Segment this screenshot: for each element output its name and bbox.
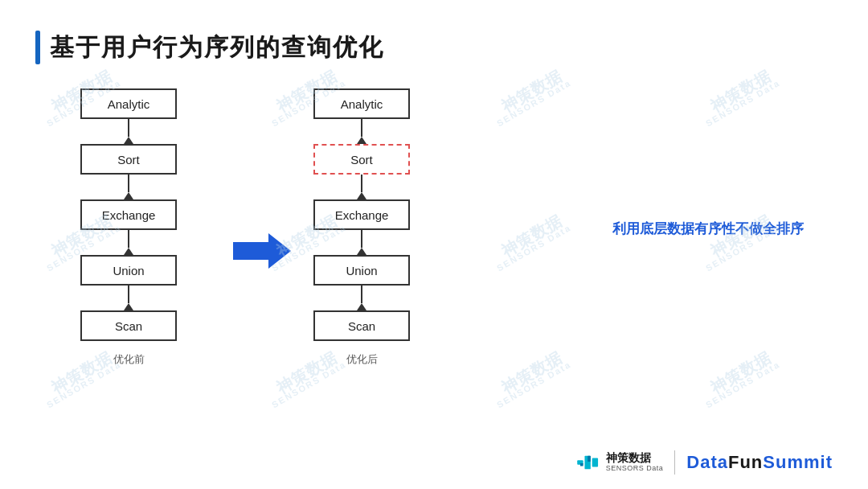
svg-rect-4 xyxy=(580,463,583,466)
annotation-text: 利用底层数据有序性不做全排序 xyxy=(612,220,804,238)
connector-1 xyxy=(124,119,133,144)
connector-r2 xyxy=(357,175,366,199)
brand-fun: Fun xyxy=(728,452,763,472)
connector-2 xyxy=(124,175,133,199)
brand-summit: Summit xyxy=(763,452,833,472)
logo-sub: SENSORS Data xyxy=(606,465,664,473)
node-scan-right: Scan xyxy=(313,310,410,341)
title-accent xyxy=(35,31,40,64)
footer-brand: DataFunSummit xyxy=(686,452,833,473)
svg-rect-3 xyxy=(592,458,597,466)
footer-divider xyxy=(674,450,675,475)
svg-marker-0 xyxy=(233,233,291,269)
node-union-right: Union xyxy=(313,255,410,286)
sensors-data-icon xyxy=(577,453,601,472)
slide: 神策数据 SENSORS Data 神策数据 SENSORS Data 神策数据… xyxy=(0,0,868,489)
node-sort-right: Sort xyxy=(313,144,410,175)
connector-r4 xyxy=(357,286,366,310)
left-diagram: Analytic Sort Exchange xyxy=(80,88,177,367)
node-sort-left: Sort xyxy=(80,144,177,175)
svg-rect-5 xyxy=(588,456,591,462)
right-diagram: Analytic Sort Exchange xyxy=(313,88,410,367)
logo-name: 神策数据 xyxy=(606,452,664,464)
connector-4 xyxy=(124,286,133,310)
logo-text: 神策数据 SENSORS Data xyxy=(606,452,664,472)
node-exchange-left: Exchange xyxy=(80,199,177,230)
connector-r1 xyxy=(357,119,366,144)
caption-left: 优化前 xyxy=(113,352,145,367)
title-bar: 基于用户行为序列的查询优化 xyxy=(35,31,384,64)
node-exchange-right: Exchange xyxy=(313,199,410,230)
big-arrow xyxy=(233,233,291,272)
footer-logo: 神策数据 SENSORS Data xyxy=(577,452,664,472)
node-scan-left: Scan xyxy=(80,310,177,341)
connector-3 xyxy=(124,230,133,255)
caption-right: 优化后 xyxy=(346,352,378,367)
connector-r3 xyxy=(357,230,366,255)
node-analytic-right: Analytic xyxy=(313,88,410,119)
node-union-left: Union xyxy=(80,255,177,286)
brand-data: Data xyxy=(686,452,728,472)
footer: 神策数据 SENSORS Data DataFunSummit xyxy=(577,450,833,475)
node-analytic-left: Analytic xyxy=(80,88,177,119)
page-title: 基于用户行为序列的查询优化 xyxy=(50,31,384,64)
